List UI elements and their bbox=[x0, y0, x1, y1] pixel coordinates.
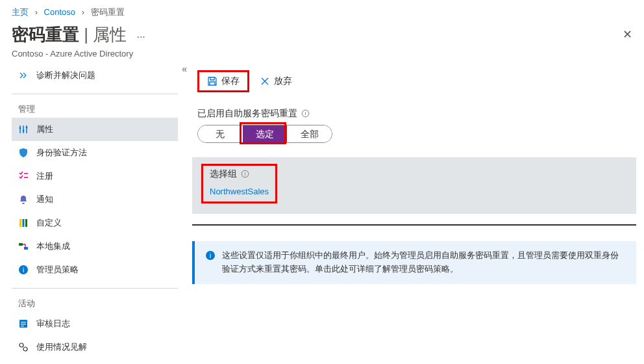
svg-rect-5 bbox=[25, 219, 27, 227]
integration-icon bbox=[18, 241, 29, 252]
svg-rect-3 bbox=[19, 219, 21, 227]
sidebar-item-label: 诊断并解决问题 bbox=[36, 70, 95, 81]
sidebar-section-manage: 管理 bbox=[18, 103, 178, 115]
svg-text:i: i bbox=[23, 266, 24, 274]
palette-icon bbox=[18, 218, 29, 228]
sspr-enabled-label: 已启用自助服务密码重置 i bbox=[197, 108, 636, 120]
divider bbox=[12, 94, 178, 94]
page-subtitle: Contoso - Azure Active Directory bbox=[12, 49, 632, 58]
sidebar-item-admin-policy[interactable]: i 管理员策略 bbox=[12, 258, 178, 281]
divider bbox=[192, 224, 636, 226]
info-banner-text: 这些设置仅适用于你组织中的最终用户。始终为管理员启用自助服务密码重置，且管理员需… bbox=[222, 249, 626, 276]
seg-option-selected[interactable]: 选定 bbox=[243, 125, 288, 142]
checklist-icon bbox=[18, 171, 29, 181]
discard-button-label: 放弃 bbox=[274, 75, 292, 87]
sidebar-item-onprem[interactable]: 本地集成 bbox=[12, 235, 178, 258]
svg-point-1 bbox=[23, 130, 25, 132]
svg-rect-6 bbox=[19, 243, 23, 246]
svg-text:i: i bbox=[305, 110, 306, 116]
svg-rect-12 bbox=[21, 324, 26, 324]
seg-option-all[interactable]: 全部 bbox=[287, 125, 332, 142]
sidebar-item-label: 注册 bbox=[36, 170, 53, 182]
select-group-label: 选择组 i bbox=[210, 168, 269, 180]
discard-button[interactable]: 放弃 bbox=[256, 72, 296, 90]
save-button[interactable]: 保存 bbox=[203, 72, 243, 90]
save-icon bbox=[207, 76, 217, 86]
sidebar-section-activity: 活动 bbox=[18, 298, 178, 309]
sspr-enabled-segmented: 无 选定 全部 bbox=[197, 125, 332, 143]
breadcrumb-tenant[interactable]: Contoso bbox=[44, 7, 75, 17]
breadcrumb-current: 密码重置 bbox=[91, 7, 125, 17]
sidebar-item-label: 自定义 bbox=[36, 217, 62, 229]
divider bbox=[12, 288, 178, 289]
page-title-sep: | bbox=[79, 25, 93, 44]
collapse-sidebar-button[interactable]: « bbox=[182, 64, 187, 74]
seg-option-none[interactable]: 无 bbox=[198, 125, 243, 142]
svg-point-2 bbox=[26, 127, 28, 129]
info-icon: i bbox=[18, 265, 29, 275]
page-header: 密码重置 | 属性 ··· Contoso - Azure Active Dir… bbox=[0, 22, 644, 64]
page-title-strong: 密码重置 bbox=[12, 25, 79, 44]
info-icon[interactable]: i bbox=[241, 170, 249, 178]
breadcrumb-home[interactable]: 主页 bbox=[12, 7, 29, 17]
sidebar-item-usage[interactable]: 使用情况见解 bbox=[12, 335, 178, 359]
selected-group-link[interactable]: NorthwestSales bbox=[210, 187, 269, 196]
main-panel: 保存 放弃 已启用自助服务密码重置 i 无 选定 全部 bbox=[190, 64, 644, 364]
close-button[interactable]: ✕ bbox=[623, 27, 632, 42]
sidebar-item-label: 属性 bbox=[36, 124, 53, 135]
sidebar-item-label: 身份验证方法 bbox=[36, 147, 87, 159]
page-title: 密码重置 | 属性 bbox=[12, 25, 131, 44]
sidebar-item-notifications[interactable]: 通知 bbox=[12, 188, 178, 211]
svg-rect-13 bbox=[21, 326, 24, 326]
sidebar-item-diagnose[interactable]: 诊断并解决问题 bbox=[12, 64, 187, 87]
svg-text:i: i bbox=[210, 252, 211, 259]
sidebar: « 诊断并解决问题 管理 属性 身份验证方法 注册 通知 自定义 bbox=[0, 64, 190, 364]
sidebar-item-customize[interactable]: 自定义 bbox=[12, 211, 178, 235]
svg-rect-4 bbox=[23, 219, 25, 227]
breadcrumb: 主页 › Contoso › 密码重置 bbox=[0, 0, 644, 22]
save-button-label: 保存 bbox=[221, 75, 240, 87]
more-menu-button[interactable]: ··· bbox=[136, 31, 145, 43]
info-icon[interactable]: i bbox=[301, 109, 310, 118]
bell-icon bbox=[18, 194, 29, 205]
log-icon bbox=[18, 318, 29, 329]
highlight-save: 保存 bbox=[197, 70, 249, 92]
sidebar-item-label: 本地集成 bbox=[36, 240, 70, 252]
svg-point-14 bbox=[19, 343, 23, 347]
info-icon: i bbox=[205, 250, 216, 261]
sidebar-item-registration[interactable]: 注册 bbox=[12, 164, 178, 188]
info-banner: i 这些设置仅适用于你组织中的最终用户。始终为管理员启用自助服务密码重置，且管理… bbox=[192, 241, 636, 284]
sidebar-item-properties[interactable]: 属性 bbox=[12, 118, 178, 141]
svg-rect-11 bbox=[21, 322, 26, 322]
chevron-right-icon: › bbox=[82, 7, 84, 17]
sidebar-item-label: 使用情况见解 bbox=[36, 341, 87, 353]
svg-point-15 bbox=[23, 347, 27, 351]
highlight-group: 选择组 i NorthwestSales bbox=[201, 164, 277, 203]
svg-text:i: i bbox=[245, 171, 246, 177]
group-panel: 选择组 i NorthwestSales bbox=[192, 157, 636, 214]
svg-point-0 bbox=[19, 127, 21, 129]
sidebar-item-audit-logs[interactable]: 审核日志 bbox=[12, 312, 178, 335]
discard-icon bbox=[260, 76, 270, 86]
sliders-icon bbox=[18, 124, 29, 135]
toolbar: 保存 放弃 bbox=[192, 68, 636, 99]
usage-icon bbox=[18, 342, 29, 352]
svg-rect-7 bbox=[24, 247, 28, 250]
diagnose-icon bbox=[18, 70, 29, 81]
sidebar-item-auth-methods[interactable]: 身份验证方法 bbox=[12, 141, 178, 164]
sidebar-item-label: 审核日志 bbox=[36, 318, 70, 330]
chevron-right-icon: › bbox=[35, 7, 38, 17]
page-title-light: 属性 bbox=[93, 25, 127, 44]
sidebar-item-label: 管理员策略 bbox=[36, 264, 79, 276]
sidebar-item-label: 通知 bbox=[36, 194, 53, 205]
shield-icon bbox=[18, 148, 29, 158]
